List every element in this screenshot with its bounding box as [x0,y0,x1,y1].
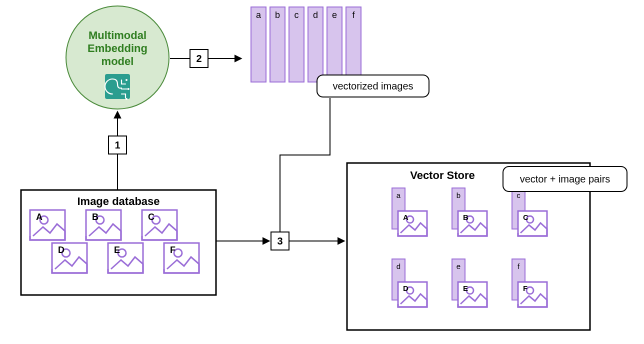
image-F: F [164,243,199,273]
svg-text:a: a [396,191,401,200]
brain-chip-icon [105,74,130,100]
svg-text:e: e [456,262,460,270]
svg-text:b: b [275,10,280,20]
svg-point-7 [128,88,130,90]
svg-text:d: d [313,10,318,20]
image-B: B [86,210,121,240]
svg-text:b: b [456,191,460,200]
step-3-label: 3 [277,236,282,246]
image-E: E [108,243,143,273]
svg-text:a: a [256,10,262,20]
vector-image-pairs-label: vector + image pairs [520,174,610,184]
image-database: Image database A B C D E F [21,190,216,295]
svg-text:d: d [396,262,400,270]
svg-text:E: E [114,245,120,255]
image-A: A [30,210,65,240]
svg-point-6 [126,79,128,81]
embedding-model: Multimodal Embedding model [66,6,169,109]
svg-text:F: F [523,284,528,292]
svg-text:A: A [36,212,42,222]
svg-text:c: c [294,10,299,20]
svg-text:A: A [403,213,408,222]
image-C: C [142,210,177,240]
svg-text:B: B [92,212,98,222]
svg-text:F: F [170,245,176,255]
vector-bars: a b c d e f [251,7,361,82]
diagram-root: Multimodal Embedding model 1 2 a b c d e… [0,0,644,344]
arrow-vectors-to-merge [280,98,330,232]
vector-store-title: Vector Store [410,169,475,182]
svg-text:B: B [463,213,468,222]
vector-bar-b: b [270,7,285,82]
vector-bar-c: c [289,7,304,82]
svg-text:C: C [148,212,154,222]
vector-bar-f: f [346,7,361,82]
image-database-title: Image database [77,195,160,208]
svg-text:e: e [332,10,337,20]
vectorized-images-label: vectorized images [332,80,413,92]
svg-point-8 [126,98,128,100]
model-line3: model [102,55,134,68]
svg-text:E: E [463,284,468,292]
vector-bar-a: a [251,7,266,82]
model-line1: Multimodal [88,29,146,42]
step-2-label: 2 [196,53,202,64]
model-line2: Embedding [88,42,148,54]
svg-text:D: D [403,284,408,292]
svg-text:c: c [516,191,520,200]
vector-bar-d: d [308,7,323,82]
image-D: D [52,243,87,273]
svg-text:C: C [523,213,528,222]
vector-bar-e: e [327,7,342,82]
step-1-label: 1 [114,140,120,150]
svg-text:D: D [58,245,64,255]
